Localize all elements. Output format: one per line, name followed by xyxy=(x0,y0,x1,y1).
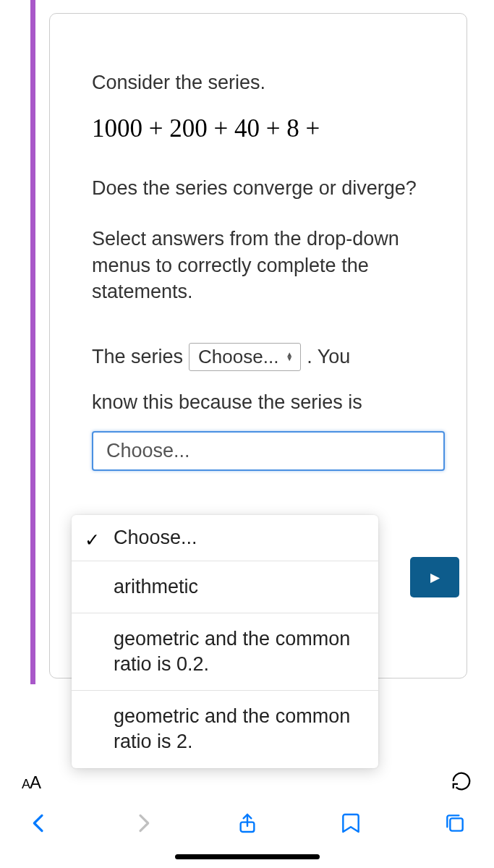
prompt-select: Select answers from the drop-down menus … xyxy=(92,226,440,305)
aa-large: A xyxy=(30,773,41,792)
check-icon: ✓ xyxy=(85,528,100,552)
option-geometric-2-label: geometric and the common ratio is 2. xyxy=(114,705,350,752)
option-arithmetic-label: arithmetic xyxy=(114,576,198,597)
sidebar-accent xyxy=(30,0,35,684)
prompt-consider: Consider the series. xyxy=(92,72,440,94)
sentence-part1: The series xyxy=(92,346,183,368)
share-icon[interactable] xyxy=(236,812,259,835)
updown-icon: ▲▼ xyxy=(286,352,293,361)
refresh-icon[interactable] xyxy=(451,770,472,795)
sentence-know-because: know this because the series is xyxy=(92,391,440,414)
text-size-button[interactable]: AA xyxy=(22,773,41,793)
back-icon[interactable] xyxy=(27,812,51,835)
aa-small: A xyxy=(22,777,30,791)
home-indicator[interactable] xyxy=(175,854,320,859)
option-geometric-02-label: geometric and the common ratio is 0.2. xyxy=(114,628,350,675)
bookmarks-icon[interactable] xyxy=(339,812,362,835)
safari-url-toolbar: AA xyxy=(0,758,494,807)
next-button[interactable]: ▶ xyxy=(410,557,459,597)
dropdown2-label: Choose... xyxy=(106,440,190,462)
dropdown-series-type[interactable]: Choose... xyxy=(92,431,445,471)
dropdown1-label: Choose... xyxy=(198,346,278,368)
forward-icon[interactable] xyxy=(132,812,155,835)
play-icon: ▶ xyxy=(430,570,440,585)
sentence-part2: . You xyxy=(307,346,350,368)
option-placeholder[interactable]: ✓ Choose... xyxy=(72,515,378,561)
option-placeholder-label: Choose... xyxy=(114,527,197,548)
tabs-icon[interactable] xyxy=(443,812,467,835)
option-geometric-02[interactable]: geometric and the common ratio is 0.2. xyxy=(72,613,378,691)
option-geometric-2[interactable]: geometric and the common ratio is 2. xyxy=(72,691,378,767)
svg-rect-1 xyxy=(450,818,462,830)
sentence-row-1: The series Choose... ▲▼ . You xyxy=(92,343,440,371)
option-arithmetic[interactable]: arithmetic xyxy=(72,561,378,613)
dropdown-converge-diverge[interactable]: Choose... ▲▼ xyxy=(189,343,301,371)
series-expression: 1000 + 200 + 40 + 8 + xyxy=(92,114,440,143)
dropdown-options-panel: ✓ Choose... arithmetic geometric and the… xyxy=(72,515,378,768)
prompt-converge: Does the series converge or diverge? xyxy=(92,175,440,201)
